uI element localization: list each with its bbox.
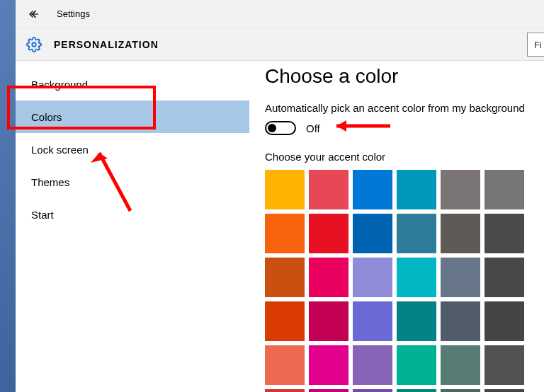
sidebar: BackgroundColorsLock screenThemesStart (16, 61, 249, 392)
auto-accent-label: Automatically pick an accent color from … (265, 102, 544, 114)
accent-swatch[interactable] (397, 170, 436, 209)
accent-swatch[interactable] (441, 345, 480, 385)
accent-swatch[interactable] (484, 345, 524, 385)
accent-swatch[interactable] (309, 389, 348, 392)
accent-swatch[interactable] (309, 301, 348, 341)
sidebar-item-label: Background (31, 79, 88, 91)
sidebar-item-background[interactable]: Background (16, 68, 249, 100)
sidebar-item-label: Lock screen (31, 144, 89, 156)
back-button[interactable] (24, 4, 44, 24)
accent-swatch[interactable] (265, 170, 305, 209)
sidebar-item-label: Colors (31, 111, 62, 123)
sidebar-item-themes[interactable]: Themes (16, 166, 249, 198)
content-pane: Choose a color Automatically pick an acc… (249, 61, 544, 392)
accent-swatch[interactable] (441, 301, 480, 341)
accent-swatch[interactable] (353, 301, 392, 341)
accent-swatch[interactable] (309, 258, 348, 297)
accent-swatch[interactable] (265, 258, 305, 297)
accent-swatch[interactable] (441, 170, 480, 209)
accent-swatch[interactable] (353, 345, 392, 385)
accent-swatch[interactable] (441, 389, 480, 392)
accent-swatch[interactable] (441, 214, 480, 253)
auto-accent-state: Off (306, 122, 320, 134)
accent-swatch[interactable] (484, 170, 524, 209)
gear-icon (26, 36, 42, 53)
accent-swatch[interactable] (265, 345, 305, 385)
header-title: PERSONALIZATION (54, 39, 159, 50)
find-button[interactable]: Fi (527, 33, 544, 57)
auto-accent-toggle[interactable] (265, 121, 296, 135)
accent-swatch[interactable] (484, 389, 524, 392)
sidebar-item-label: Themes (31, 176, 69, 188)
accent-swatch[interactable] (309, 345, 348, 385)
accent-color-label: Choose your accent color (265, 151, 544, 163)
titlebar-text: Settings (57, 8, 90, 19)
accent-swatch[interactable] (397, 214, 436, 253)
accent-swatch[interactable] (484, 258, 524, 297)
titlebar: Settings (16, 0, 544, 28)
accent-swatch[interactable] (265, 301, 305, 341)
accent-color-grid (265, 170, 544, 392)
sidebar-item-start[interactable]: Start (16, 198, 249, 231)
accent-swatch[interactable] (353, 214, 392, 253)
page-title: Choose a color (265, 65, 544, 88)
accent-swatch[interactable] (265, 214, 305, 253)
find-button-label: Fi (534, 40, 542, 50)
accent-swatch[interactable] (484, 301, 524, 341)
accent-swatch[interactable] (397, 301, 436, 341)
accent-swatch[interactable] (397, 258, 436, 297)
accent-swatch[interactable] (309, 170, 348, 209)
accent-swatch[interactable] (265, 389, 305, 392)
accent-swatch[interactable] (484, 214, 524, 253)
sidebar-item-lock-screen[interactable]: Lock screen (16, 133, 249, 166)
svg-point-2 (32, 42, 36, 47)
header-row: PERSONALIZATION Fi (16, 28, 544, 61)
accent-swatch[interactable] (397, 345, 436, 385)
accent-swatch[interactable] (309, 214, 348, 253)
sidebar-item-label: Start (31, 209, 54, 221)
sidebar-item-colors[interactable]: Colors (16, 100, 249, 133)
toggle-knob-icon (268, 124, 276, 132)
accent-swatch[interactable] (353, 258, 392, 297)
accent-swatch[interactable] (397, 389, 436, 392)
accent-swatch[interactable] (353, 389, 392, 392)
accent-swatch[interactable] (353, 170, 392, 209)
accent-swatch[interactable] (441, 258, 480, 297)
